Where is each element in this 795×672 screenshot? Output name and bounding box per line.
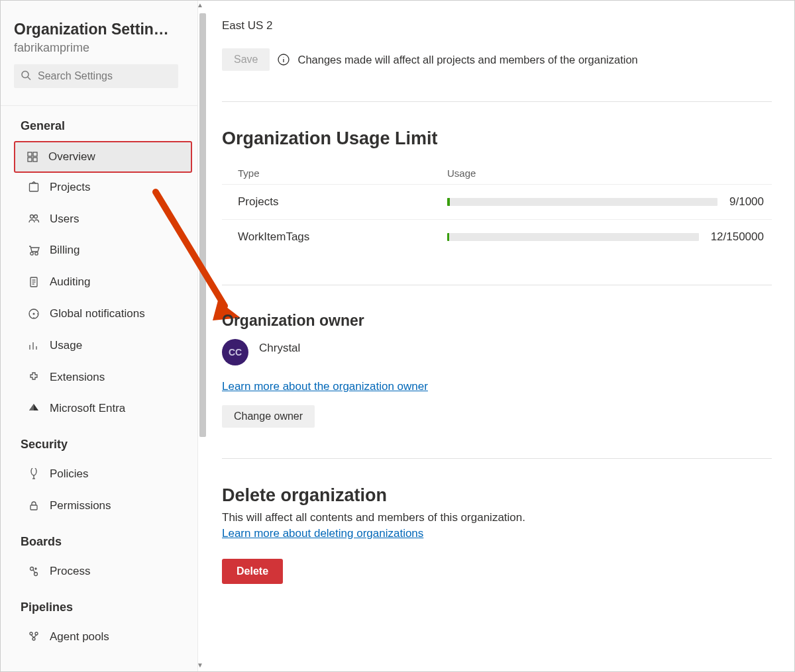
save-warning-note: Changes made will affect all projects an…: [297, 54, 637, 66]
billing-icon: [27, 244, 40, 256]
sidebar-item-permissions[interactable]: Permissions: [1, 490, 197, 522]
delete-description: This will affect all contents and member…: [222, 511, 772, 524]
sidebar-item-label: Extensions: [50, 369, 105, 385]
sidebar-item-label: Policies: [50, 466, 89, 482]
owner-name: Chrystal: [259, 342, 300, 355]
delete-button[interactable]: Delete: [222, 559, 283, 584]
auditing-icon: [27, 276, 40, 288]
sidebar-org-name: fabrikamprime: [14, 41, 184, 55]
sidebar-item-label: Auditing: [50, 274, 90, 290]
process-icon: [27, 565, 40, 577]
sidebar-item-extensions[interactable]: Extensions: [1, 361, 197, 393]
svg-line-1: [28, 77, 30, 80]
nav-group-label: Boards: [1, 522, 197, 555]
owner-avatar: CC: [222, 339, 248, 365]
svg-rect-25: [30, 505, 37, 510]
usage-bar-fill: [447, 233, 449, 241]
svg-rect-6: [30, 183, 38, 191]
svg-rect-2: [28, 152, 32, 156]
usage-col-type: Type: [238, 168, 447, 179]
policies-icon: [27, 468, 40, 480]
sidebar-item-label: Projects: [50, 179, 90, 195]
projects-icon: [27, 181, 40, 193]
svg-point-22: [31, 468, 36, 475]
sidebar-item-label: Global notifications: [50, 306, 145, 322]
sidebar-item-label: Users: [50, 211, 79, 227]
sidebar-item-policies[interactable]: Policies: [1, 458, 197, 490]
owner-learn-more-link[interactable]: Learn more about the organization owner: [222, 380, 772, 393]
svg-point-29: [30, 632, 32, 635]
svg-point-31: [32, 638, 35, 640]
sidebar-item-projects[interactable]: Projects: [1, 171, 197, 203]
sidebar-item-agent-pools[interactable]: Agent pools: [1, 621, 197, 653]
sidebar-item-label: Permissions: [50, 498, 111, 514]
sidebar-item-usage[interactable]: Usage: [1, 330, 197, 361]
sidebar-item-overview[interactable]: Overview: [14, 141, 192, 173]
usage-limit-section: Organization Usage Limit Type Usage Proj…: [222, 102, 772, 285]
search-input[interactable]: [14, 64, 178, 88]
sidebar-item-global-notifications[interactable]: Global notifications: [1, 298, 197, 330]
overview-icon: [26, 151, 39, 163]
usage-bar-fill: [447, 198, 450, 206]
svg-point-8: [34, 215, 38, 218]
svg-line-32: [31, 635, 34, 638]
sidebar-item-label: Microsoft Entra: [50, 401, 125, 416]
change-owner-button[interactable]: Change owner: [222, 405, 315, 428]
delete-learn-more-link[interactable]: Learn more about deleting organizations: [222, 527, 772, 540]
usage-row-value: 9/1000: [729, 195, 764, 209]
save-button[interactable]: Save: [222, 48, 270, 71]
usage-limit-heading: Organization Usage Limit: [222, 128, 772, 149]
extensions-icon: [27, 371, 40, 383]
info-icon: [278, 54, 290, 66]
agent-pools-icon: [27, 630, 40, 642]
svg-point-9: [30, 252, 33, 255]
svg-point-10: [35, 252, 38, 255]
entra-icon: [27, 403, 40, 414]
permissions-icon: [27, 500, 40, 512]
sidebar-item-label: Overview: [48, 149, 95, 165]
nav-group-label: General: [1, 106, 197, 140]
sidebar-item-auditing[interactable]: Auditing: [1, 266, 197, 298]
settings-sidebar: Organization Settin… fabrikamprime Gener…: [1, 1, 198, 671]
usage-row: Projects9/1000: [222, 184, 772, 219]
sidebar-item-users[interactable]: Users: [1, 203, 197, 235]
delete-heading: Delete organization: [222, 485, 772, 506]
sidebar-item-microsoft-entra[interactable]: Microsoft Entra: [1, 393, 197, 424]
usage-icon: [27, 340, 40, 352]
notifications-icon: [27, 308, 40, 320]
usage-row-type: Projects: [238, 195, 447, 209]
usage-row: WorkItemTags12/150000: [222, 219, 772, 254]
usage-bar: [447, 198, 717, 206]
svg-point-0: [22, 72, 28, 78]
svg-marker-21: [29, 404, 34, 410]
svg-line-33: [34, 635, 36, 638]
usage-col-usage: Usage: [447, 168, 764, 179]
organization-owner-section: Organization owner CC Chrystal Learn mor…: [222, 285, 772, 458]
search-icon: [21, 70, 31, 83]
delete-organization-section: Delete organization This will affect all…: [222, 459, 772, 597]
sidebar-item-label: Process: [50, 563, 90, 579]
nav-group-label: Pipelines: [1, 587, 197, 621]
sidebar-item-label: Usage: [50, 338, 82, 354]
sidebar-item-process[interactable]: Process: [1, 555, 197, 587]
region-value: East US 2: [222, 19, 772, 32]
svg-point-16: [33, 312, 35, 314]
svg-point-30: [35, 632, 38, 635]
svg-rect-5: [33, 158, 37, 162]
sidebar-item-label: Billing: [50, 242, 80, 258]
sidebar-item-label: Agent pools: [50, 629, 109, 645]
svg-rect-3: [33, 152, 37, 156]
nav-group-label: Security: [1, 424, 197, 458]
sidebar-title: Organization Settin…: [14, 21, 184, 38]
svg-point-28: [35, 568, 36, 569]
main-content: East US 2 Save Changes made will affect …: [198, 1, 794, 671]
usage-bar: [447, 233, 699, 241]
sidebar-item-billing[interactable]: Billing: [1, 234, 197, 266]
owner-heading: Organization owner: [222, 312, 772, 330]
usage-row-value: 12/150000: [711, 230, 764, 244]
users-icon: [27, 213, 40, 224]
svg-rect-4: [28, 158, 32, 162]
svg-point-7: [30, 215, 34, 218]
usage-row-type: WorkItemTags: [238, 230, 447, 244]
